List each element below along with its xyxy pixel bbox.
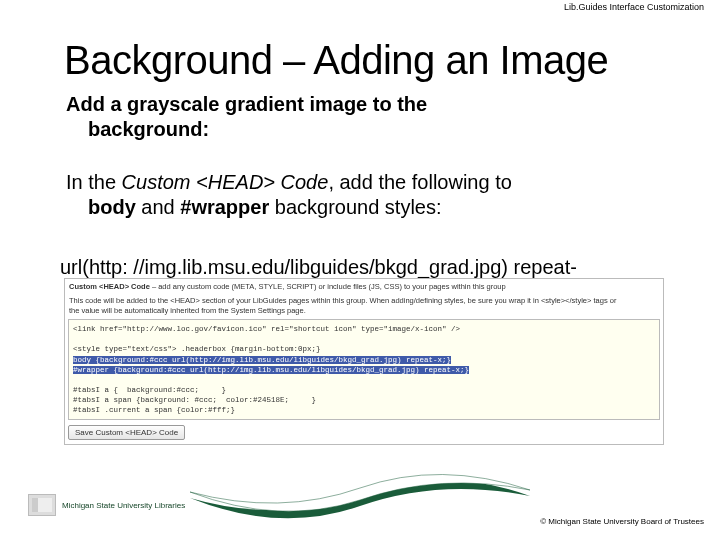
instr-prefix: In the: [66, 171, 122, 193]
code-l3a: body {background:#ccc url(http://img.lib…: [73, 356, 451, 364]
panel-title-rest: – add any custom code (META, STYLE, SCRI…: [150, 282, 506, 291]
code-l1: <link href="http://www.loc.gov/favicon.i…: [73, 325, 460, 333]
code-l5: #tabsI a span {background: #ccc; color:#…: [73, 396, 316, 404]
header-label: Lib.Guides Interface Customization: [564, 2, 704, 12]
org-name: Michigan State University Libraries: [62, 501, 185, 510]
footer-logo: Michigan State University Libraries: [28, 494, 185, 516]
instr-body: body: [88, 196, 136, 218]
url-snippet: url(http: //img.lib.msu.edu/libguides/bk…: [60, 256, 680, 279]
subtitle-line2: background:: [66, 117, 680, 142]
instr-wrapper: #wrapper: [180, 196, 269, 218]
slide-subtitle: Add a grayscale gradient image to the ba…: [66, 92, 680, 142]
save-button[interactable]: Save Custom <HEAD> Code: [68, 425, 185, 440]
panel-header: Custom <HEAD> Code – add any custom code…: [65, 279, 663, 293]
custom-head-code-panel: Custom <HEAD> Code – add any custom code…: [64, 278, 664, 445]
instr-emphasis: Custom <HEAD> Code: [122, 171, 329, 193]
subtitle-line1: Add a grayscale gradient image to the: [66, 93, 427, 115]
code-l4: #tabsI a { background:#ccc; }: [73, 386, 226, 394]
swoosh-graphic: [190, 466, 530, 526]
copyright: © Michigan State University Board of Tru…: [540, 517, 704, 526]
panel-help: This code will be added to the <HEAD> se…: [65, 293, 663, 317]
slide-title: Background – Adding an Image: [64, 38, 608, 83]
code-l3b: #wrapper {background:#ccc url(http://img…: [73, 366, 469, 374]
instr-mid: , add the following to: [328, 171, 511, 193]
book-icon: [28, 494, 56, 516]
panel-help-line2: the value will be automatically inherite…: [69, 306, 306, 315]
panel-title-bold: Custom <HEAD> Code: [69, 282, 150, 291]
code-textarea[interactable]: <link href="http://www.loc.gov/favicon.i…: [68, 319, 660, 420]
instruction-text: In the Custom <HEAD> Code, add the follo…: [66, 170, 680, 220]
panel-help-line1: This code will be added to the <HEAD> se…: [69, 296, 616, 305]
instr-suffix: background styles:: [269, 196, 441, 218]
instr-and: and: [136, 196, 180, 218]
code-l2: <style type="text/css"> .headerbox {marg…: [73, 345, 321, 353]
code-l6: #tabsI .current a span {color:#fff;}: [73, 406, 235, 414]
